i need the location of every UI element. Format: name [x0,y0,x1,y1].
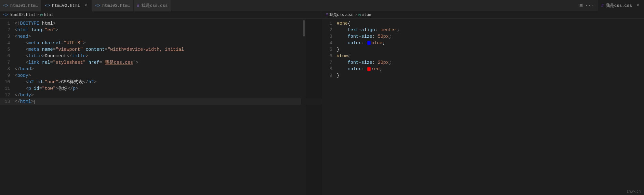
tab-css-label: 我是css.css [141,3,168,8]
split-editor-icon[interactable]: ⊟ [579,2,583,9]
css-code-line: 2 text-align: center; [322,27,644,33]
code-line: 5 <meta name="viewport" content="width=d… [0,46,322,53]
code-line: 1 <!DOCTYPE html> [0,20,322,27]
css-code-line: 1 #one{ [322,20,644,27]
left-editor-pane: <> html02.html > ◎ html 1 <!DOCTYPE html… [0,11,322,195]
tab-css-right-label: 我是css.css [606,3,632,8]
right-editor-pane: # 我是css.css > ◎ #tow 1 #one{ 2 text-alig… [322,11,644,195]
right-breadcrumb: # 我是css.css > ◎ #tow [322,11,644,19]
code-line: 6 <title>Document</title> [0,53,322,59]
watermark: znwx.cn [627,189,641,194]
tab-html02-close[interactable]: × [83,3,88,8]
html-file-icon: <> [3,3,8,8]
breadcrumb-element-label: html [44,13,53,17]
left-scrollbar[interactable] [301,19,306,195]
html-file-icon-2: <> [45,3,50,8]
breadcrumb-element-icon: ◎ [40,12,43,17]
code-line: 9 <body> [0,72,322,79]
tab-html02[interactable]: <> html02.html × [42,0,92,11]
code-line: 10 <h2 id="one">CSS样式表</h2> [0,79,322,85]
tab-html02-label: html02.html [52,3,80,8]
code-line: 7 <link rel="stylesheet" href="我是css.css… [0,59,322,66]
code-line-active: 13 </html> [0,98,322,105]
breadcrumb-file-icon: <> [3,12,8,17]
right-code-content[interactable]: 1 #one{ 2 text-align: center; 3 font-siz… [322,19,644,195]
css-file-icon-right: # [601,3,604,8]
breadcrumb-file-label: html02.html [10,13,35,17]
breadcrumb-sep-1: > [37,13,39,17]
css-code-line: 6 #tow{ [322,53,644,59]
css-code-line: 7 font-size: 20px; [322,59,644,66]
tab-html01-label: html01.html [10,3,38,8]
css-code-line: 3 font-size: 50px; [322,33,644,40]
color-swatch-red [367,67,371,71]
code-line: 4 <meta charset="UTF-8"> [0,40,322,46]
code-line: 8 </head> [0,66,322,72]
breadcrumb-sep-2: > [355,13,357,17]
css-code-line: 9 } [322,72,644,79]
code-line: 11 <p id="tow">你好</p> [0,85,322,92]
tab-css-right-close[interactable]: × [635,3,640,8]
breadcrumb-css-element-label: #tow [362,13,372,17]
left-code-content[interactable]: 1 <!DOCTYPE html> 2 <html lang="en"> 3 <… [0,19,322,195]
breadcrumb-css-icon: # [325,12,328,17]
tab-bar: <> html01.html <> html02.html × <> html0… [0,0,644,11]
tab-css-right[interactable]: # 我是css.css × [598,0,644,11]
editors: <> html02.html > ◎ html 1 <!DOCTYPE html… [0,11,644,195]
breadcrumb-css-file-label: 我是css.css [329,12,353,18]
tab-html01[interactable]: <> html01.html [0,0,42,11]
css-code-line: 8 color: red; [322,66,644,72]
css-code-line: 4 color: blue; [322,40,644,46]
css-code-line: 5 } [322,46,644,53]
color-swatch-blue [367,41,371,45]
code-line: 3 <head> [0,33,322,40]
code-line: 2 <html lang="en"> [0,27,322,33]
text-cursor [34,100,34,104]
tab-html03-label: html03.html [102,3,130,8]
breadcrumb-css-element-icon: ◎ [358,12,361,17]
scrollbar-thumb [303,20,305,36]
html-file-icon-3: <> [95,3,100,8]
tab-actions: ⊟ ··· [576,2,598,9]
left-breadcrumb: <> html02.html > ◎ html [0,11,322,19]
tab-css-left[interactable]: # 我是css.css [134,0,171,11]
more-actions-icon[interactable]: ··· [585,3,595,8]
css-file-icon: # [137,3,139,8]
minimap [306,19,322,195]
tab-html03[interactable]: <> html03.html [92,0,134,11]
code-line: 12 </body> [0,92,322,98]
